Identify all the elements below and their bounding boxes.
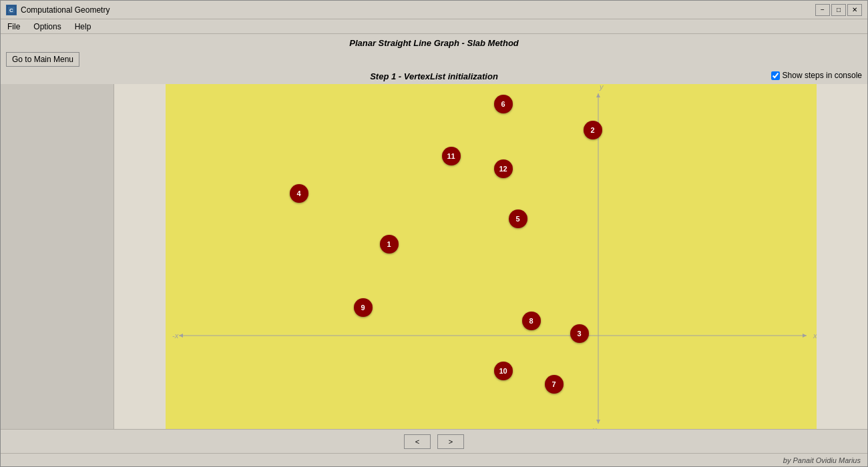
svg-marker-6 — [596, 93, 600, 97]
app-icon: C — [6, 5, 17, 15]
window-title: Computational Geometry — [21, 5, 815, 15]
node-10: 10 — [494, 362, 513, 380]
node-4: 4 — [290, 184, 308, 203]
plot-area: x -x y -y 123456789101112 — [114, 84, 867, 429]
menu-help[interactable]: Help — [71, 21, 95, 33]
node-6: 6 — [494, 95, 513, 113]
svg-marker-3 — [803, 334, 807, 338]
window-controls: − □ ✕ — [815, 4, 862, 16]
svg-text:-x: -x — [172, 332, 179, 340]
axes-svg: x -x y -y — [166, 84, 817, 429]
svg-text:C: C — [9, 7, 13, 13]
svg-text:x: x — [813, 332, 817, 340]
svg-text:-y: -y — [590, 426, 598, 430]
footer: by Panait Ovidiu Marius — [1, 453, 867, 466]
svg-marker-7 — [596, 420, 600, 424]
maximize-button[interactable]: □ — [831, 4, 846, 16]
svg-text:y: y — [599, 84, 604, 91]
node-3: 3 — [570, 324, 589, 343]
menu-bar: File Options Help — [1, 19, 867, 34]
minimize-button[interactable]: − — [815, 4, 830, 16]
next-button[interactable]: > — [437, 434, 464, 449]
top-controls: Go to Main Menu — [1, 51, 867, 68]
left-sidebar — [1, 84, 114, 429]
footer-credit: by Panait Ovidiu Marius — [783, 456, 861, 464]
node-7: 7 — [545, 375, 564, 394]
go-main-menu-button[interactable]: Go to Main Menu — [6, 52, 79, 67]
node-5: 5 — [509, 209, 527, 228]
menu-options[interactable]: Options — [29, 21, 65, 33]
node-2: 2 — [584, 121, 602, 139]
node-9: 9 — [354, 298, 373, 317]
close-button[interactable]: ✕ — [847, 4, 862, 16]
title-bar: C Computational Geometry − □ ✕ — [1, 1, 867, 19]
main-window: C Computational Geometry − □ ✕ File Opti… — [0, 0, 868, 467]
step-label: Step 1 - VertexList initialization — [370, 69, 498, 84]
node-8: 8 — [522, 312, 541, 330]
node-11: 11 — [442, 147, 461, 165]
bottom-bar: < > — [1, 429, 867, 453]
app-title: Planar Straight Line Graph - Slab Method — [1, 34, 867, 51]
middle-section: x -x y -y 123456789101112 — [1, 84, 867, 429]
menu-file[interactable]: File — [3, 21, 24, 33]
show-steps-checkbox[interactable] — [771, 71, 780, 80]
show-steps-checkbox-label[interactable]: Show steps in console — [771, 71, 862, 80]
node-12: 12 — [494, 159, 513, 178]
content-area: Planar Straight Line Graph - Slab Method… — [1, 34, 867, 466]
show-steps-label: Show steps in console — [783, 71, 862, 80]
node-1: 1 — [380, 235, 399, 254]
step-row: Step 1 - VertexList initialization Show … — [1, 68, 867, 84]
svg-marker-4 — [179, 334, 183, 338]
show-steps-area: Show steps in console — [771, 71, 862, 80]
prev-button[interactable]: < — [404, 434, 431, 449]
plot-canvas: x -x y -y 123456789101112 — [166, 84, 817, 429]
